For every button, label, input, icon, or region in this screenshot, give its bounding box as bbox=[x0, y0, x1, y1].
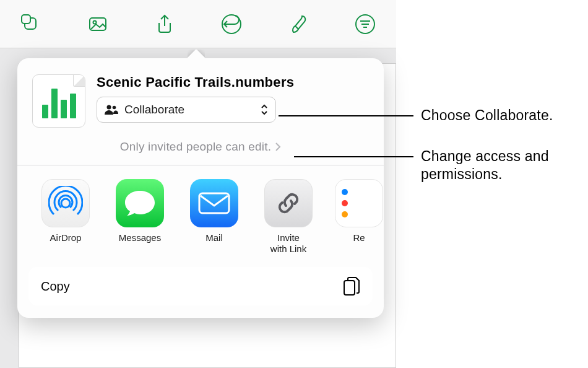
people-icon bbox=[105, 105, 118, 115]
airdrop-label: AirDrop bbox=[50, 232, 82, 243]
share-popover: Scenic Pacific Trails.numbers Collaborat… bbox=[17, 58, 384, 318]
callout-line-1 bbox=[279, 115, 413, 116]
more-button[interactable] bbox=[353, 12, 378, 37]
reminders-icon bbox=[335, 179, 383, 227]
callout-text-1: Choose Collaborate. bbox=[421, 107, 553, 125]
reminders-label: Re bbox=[353, 232, 365, 243]
messages-label: Messages bbox=[119, 232, 161, 243]
share-messages[interactable]: Messages bbox=[103, 179, 177, 255]
add-shape-icon bbox=[20, 14, 41, 35]
svg-rect-1 bbox=[22, 15, 30, 24]
callout-line-2 bbox=[294, 156, 413, 157]
svg-point-10 bbox=[113, 106, 116, 110]
svg-point-9 bbox=[107, 105, 111, 110]
svg-point-3 bbox=[93, 20, 97, 24]
top-toolbar bbox=[0, 0, 396, 48]
svg-point-11 bbox=[61, 199, 70, 208]
format-button[interactable] bbox=[286, 12, 311, 37]
callout-text-2: Change access and permissions. bbox=[421, 147, 563, 183]
file-thumbnail bbox=[32, 74, 85, 128]
collaborate-dropdown[interactable]: Collaborate bbox=[97, 97, 276, 123]
collaborate-label: Collaborate bbox=[124, 103, 184, 116]
chart-icon bbox=[42, 87, 76, 118]
share-icon bbox=[154, 14, 175, 35]
share-header: Scenic Pacific Trails.numbers Collaborat… bbox=[17, 63, 384, 136]
svg-rect-13 bbox=[344, 281, 355, 295]
airdrop-icon bbox=[41, 179, 90, 227]
messages-icon bbox=[116, 179, 164, 227]
share-reminders[interactable]: Re bbox=[322, 179, 384, 255]
paintbrush-icon bbox=[288, 14, 309, 35]
share-invite-link[interactable]: Invite with Link bbox=[251, 179, 326, 255]
copy-icon bbox=[343, 276, 360, 296]
mail-icon bbox=[190, 179, 238, 227]
file-title: Scenic Pacific Trails.numbers bbox=[97, 74, 369, 90]
mail-label: Mail bbox=[205, 232, 223, 243]
new-object-button[interactable] bbox=[19, 12, 43, 37]
share-button[interactable] bbox=[152, 12, 177, 37]
chevron-right-icon bbox=[275, 142, 281, 152]
copy-label: Copy bbox=[41, 279, 70, 294]
share-mail[interactable]: Mail bbox=[177, 179, 251, 255]
svg-rect-12 bbox=[199, 193, 229, 213]
undo-button[interactable] bbox=[219, 12, 244, 37]
link-icon bbox=[264, 179, 313, 227]
copy-action[interactable]: Copy bbox=[28, 267, 373, 305]
undo-icon bbox=[221, 14, 242, 35]
permissions-row[interactable]: Only invited people can edit. bbox=[17, 136, 384, 165]
popover-arrow bbox=[188, 50, 205, 58]
share-airdrop[interactable]: AirDrop bbox=[28, 179, 103, 255]
chevron-up-down-icon bbox=[259, 103, 269, 116]
media-button[interactable] bbox=[85, 12, 110, 37]
share-destinations: AirDrop Messages Mail bbox=[17, 165, 384, 265]
filter-icon bbox=[355, 14, 376, 35]
photo-icon bbox=[87, 14, 108, 35]
invite-label: Invite with Link bbox=[270, 232, 306, 255]
permissions-text: Only invited people can edit. bbox=[120, 140, 272, 154]
